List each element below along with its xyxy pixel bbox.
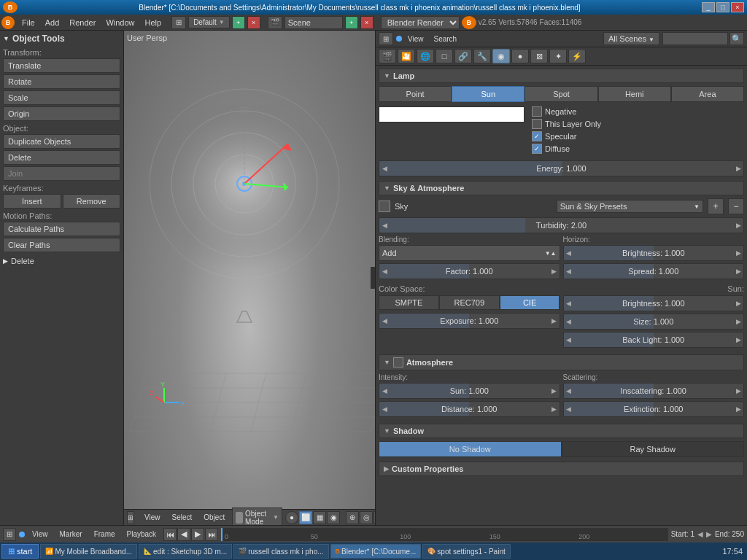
distance-slider[interactable]: ◀ Distance: 1.000 ▶: [379, 401, 560, 417]
insert-button[interactable]: Insert: [3, 194, 61, 209]
atmosphere-enable-checkbox[interactable]: [393, 357, 403, 368]
extinction-slider[interactable]: ◀ Extinction: 1.000 ▶: [563, 401, 745, 417]
clear-paths-button[interactable]: Clear Paths: [3, 238, 120, 252]
timeline-view-menu[interactable]: View: [28, 529, 53, 540]
taskbar-item-paint[interactable]: 🎨 spot settings1 - Paint: [422, 544, 510, 559]
spread-increase-icon[interactable]: ▶: [733, 268, 743, 275]
maximize-button[interactable]: □: [716, 2, 729, 12]
spread-decrease-icon[interactable]: ◀: [564, 268, 574, 275]
cie-button[interactable]: CIE: [500, 295, 560, 310]
snap-button[interactable]: ⊕: [346, 511, 359, 524]
turbidity-slider[interactable]: ◀ Turbidity: 2.00 ▶: [379, 217, 744, 233]
backlight-decrease-icon[interactable]: ◀: [564, 336, 574, 343]
extinction-increase-icon[interactable]: ▶: [733, 405, 743, 413]
minimize-button[interactable]: _: [702, 2, 715, 12]
remove-button[interactable]: Remove: [63, 194, 121, 209]
factor-slider[interactable]: ◀ Factor: 1.000 ▶: [379, 263, 560, 279]
sky-section-header[interactable]: ▼ Sky & Atmosphere: [379, 181, 744, 195]
energy-slider[interactable]: ◀ Energy: 1.000 ▶: [379, 160, 744, 176]
extinction-decrease-icon[interactable]: ◀: [564, 405, 574, 413]
select-menu[interactable]: Select: [168, 512, 197, 523]
constraints-props-icon[interactable]: 🔗: [454, 49, 472, 63]
blending-add-select[interactable]: Add ▼▲: [379, 245, 560, 261]
proportional-edit-button[interactable]: ◎: [360, 511, 373, 524]
object-menu[interactable]: Object: [199, 512, 229, 523]
search-icon[interactable]: 🔍: [729, 32, 744, 45]
window-controls[interactable]: _ □ ×: [702, 2, 744, 12]
inscattering-decrease-icon[interactable]: ◀: [564, 387, 574, 394]
sun-size-increase-icon[interactable]: ▶: [733, 318, 743, 325]
all-scenes-dropdown[interactable]: All Scenes ▼: [603, 32, 659, 45]
menu-window[interactable]: Window: [101, 17, 139, 28]
taskbar-item-russell[interactable]: 🎬 russell class mk i pho...: [233, 544, 328, 559]
lamp-point-button[interactable]: Point: [379, 86, 452, 102]
particles-props-icon[interactable]: ✦: [549, 49, 567, 63]
timeline-playback-menu[interactable]: Playback: [123, 529, 161, 540]
close-button[interactable]: ×: [731, 2, 744, 12]
distance-increase-icon[interactable]: ▶: [549, 405, 560, 413]
horizon-brightness-slider[interactable]: ◀ Brightness: 1.000 ▶: [563, 245, 745, 261]
go-end-button[interactable]: ⏭: [205, 528, 218, 541]
smpte-button[interactable]: SMPTE: [379, 295, 439, 310]
scale-button[interactable]: Scale: [3, 90, 120, 105]
join-button[interactable]: Join: [3, 166, 120, 181]
negative-checkbox[interactable]: [532, 106, 542, 117]
no-shadow-button[interactable]: No Shadow: [379, 441, 562, 457]
object-mode-dropdown[interactable]: Object Mode ▼: [232, 508, 282, 526]
diffuse-checkbox[interactable]: [532, 144, 542, 154]
inscattering-slider[interactable]: ◀ Inscattering: 1.000 ▶: [563, 383, 745, 399]
lamp-section-header[interactable]: ▼ Lamp: [379, 69, 744, 83]
menu-file[interactable]: File: [18, 17, 39, 28]
sky-preset-add-button[interactable]: +: [708, 198, 724, 214]
rec709-button[interactable]: REC709: [439, 295, 500, 310]
sun-size-slider[interactable]: ◀ Size: 1.000 ▶: [563, 314, 745, 330]
factor-decrease-icon[interactable]: ◀: [379, 268, 390, 275]
lamp-color-swatch[interactable]: [379, 106, 525, 122]
ray-shadow-button[interactable]: Ray Shadow: [562, 441, 745, 457]
backlight-slider[interactable]: ◀ Back Light: 1.000 ▶: [563, 332, 745, 348]
frame-arrow-left[interactable]: ◀: [697, 530, 703, 538]
render-engine-select[interactable]: Blender Render: [381, 16, 460, 29]
transform-manipulator-button[interactable]: ↔: [374, 511, 375, 524]
calculate-paths-button[interactable]: Calculate Paths: [3, 222, 120, 236]
shadow-section-header[interactable]: ▼ Shadow: [379, 424, 744, 438]
modifier-props-icon[interactable]: 🔧: [473, 49, 491, 63]
duplicate-objects-button[interactable]: Duplicate Objects: [3, 134, 120, 149]
textured-button[interactable]: ▦: [313, 511, 326, 524]
exposure-decrease-icon[interactable]: ◀: [379, 317, 390, 324]
translate-button[interactable]: Translate: [3, 58, 120, 73]
delete-scene-button[interactable]: ×: [360, 16, 374, 29]
taskbar-item-sketchup[interactable]: 📐 edit : Sketchup 3D m...: [139, 544, 232, 559]
h-brightness-decrease-icon[interactable]: ◀: [564, 249, 574, 257]
physics-props-icon[interactable]: ⚡: [568, 49, 586, 63]
delete-screen-button[interactable]: ×: [247, 16, 260, 29]
viewport-type-icon[interactable]: ⊞: [127, 511, 134, 524]
viewport[interactable]: User Persp: [124, 31, 375, 525]
menu-add[interactable]: Add: [41, 17, 64, 28]
factor-increase-icon[interactable]: ▶: [549, 268, 560, 275]
turbidity-increase-icon[interactable]: ▶: [733, 222, 743, 229]
specular-checkbox[interactable]: [532, 131, 542, 141]
inscattering-increase-icon[interactable]: ▶: [733, 387, 743, 394]
lamp-hemi-button[interactable]: Hemi: [598, 86, 671, 102]
exposure-increase-icon[interactable]: ▶: [549, 317, 560, 324]
wireframe-button[interactable]: ⬜: [299, 511, 312, 524]
add-scene-button[interactable]: +: [345, 16, 358, 29]
custom-props-header[interactable]: ▶ Custom Properties: [379, 462, 744, 476]
origin-button[interactable]: Origin: [3, 106, 120, 121]
data-props-icon[interactable]: ◉: [492, 49, 510, 63]
taskbar-item-blender[interactable]: B Blender* [C:\Docume...: [330, 544, 422, 559]
delete-button[interactable]: Delete: [3, 150, 120, 165]
add-screen-button[interactable]: +: [232, 16, 245, 29]
texture-props-icon[interactable]: ⊠: [530, 49, 548, 63]
delete-section-toggle[interactable]: ▶ Delete: [3, 257, 120, 265]
right-search-btn[interactable]: Search: [430, 34, 462, 44]
go-start-button[interactable]: ⏮: [163, 528, 177, 541]
energy-increase-icon[interactable]: ▶: [733, 165, 743, 172]
this-layer-only-checkbox[interactable]: [532, 119, 542, 129]
view-menu[interactable]: View: [140, 512, 165, 523]
atmosphere-section-header[interactable]: ▼ Atmosphere: [379, 354, 744, 370]
viewport-resize-handle[interactable]: [371, 267, 375, 289]
solid-shading-button[interactable]: ●: [285, 511, 298, 524]
taskbar-item-mobile[interactable]: 📶 My Mobile Broadband...: [40, 544, 137, 559]
